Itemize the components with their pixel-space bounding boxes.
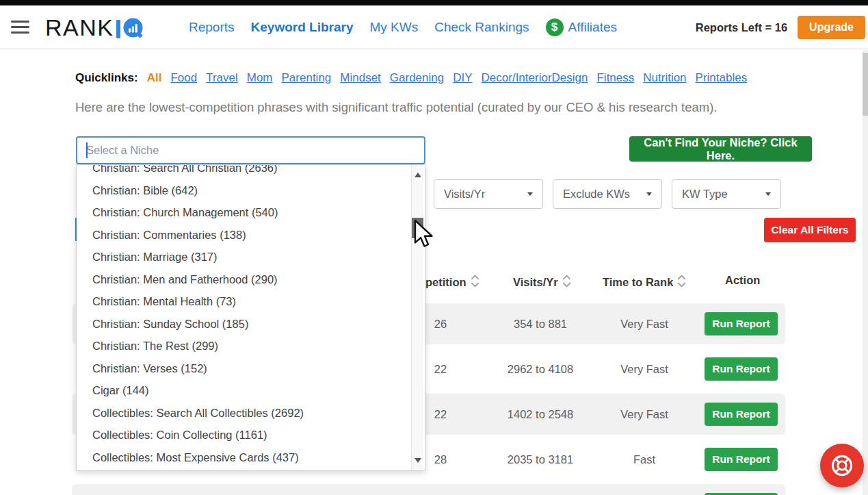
- top-black-strip: [0, 0, 868, 5]
- visits-yr-value: 354 to 881: [514, 318, 567, 331]
- run-report-button[interactable]: Run Report: [705, 448, 778, 471]
- competition-value: 28: [434, 453, 447, 466]
- rankiq-keyword-library-page: RANK ReportsKeyword LibraryMy KWsCheck R…: [0, 0, 868, 495]
- column-header-label: Visits/Yr: [513, 276, 558, 289]
- competition-value: 22: [434, 363, 447, 376]
- nav-link-my-kws[interactable]: My KWs: [369, 20, 418, 35]
- filter-select-exclude-kws[interactable]: Exclude KWs: [553, 179, 662, 209]
- sort-icon[interactable]: [471, 274, 479, 291]
- time-to-rank-value: Very Fast: [620, 408, 668, 421]
- run-report-button[interactable]: Run Report: [705, 357, 778, 381]
- niche-option-collectibles-search-all-collectibles-2692[interactable]: Collectibles: Search All Collectibles (2…: [77, 402, 425, 424]
- time-to-rank-value: Very Fast: [620, 318, 668, 331]
- navbar: RANK ReportsKeyword LibraryMy KWsCheck R…: [0, 5, 868, 49]
- niche-option-christian-the-rest-299[interactable]: Christian: The Rest (299): [77, 335, 425, 357]
- competition-value: 22: [434, 408, 447, 421]
- run-report-button[interactable]: Run Report: [705, 403, 778, 426]
- quicklink-food[interactable]: Food: [170, 71, 197, 85]
- quicklink-decor-interiordesign[interactable]: Decor/InteriorDesign: [482, 71, 588, 85]
- quicklink-mom[interactable]: Mom: [247, 71, 273, 85]
- nav-link-reports[interactable]: Reports: [189, 20, 235, 35]
- intro-text: Here are the lowest-competition phrases …: [75, 100, 717, 115]
- chevron-down-icon: [527, 192, 533, 196]
- quicklink-fitness[interactable]: Fitness: [596, 71, 634, 85]
- niche-option-cigar-144[interactable]: Cigar (144): [77, 379, 425, 402]
- time-to-rank-value: Very Fast: [620, 363, 668, 376]
- niche-option-christian-mental-health-73[interactable]: Christian: Mental Health (73): [77, 290, 425, 313]
- quicklinks-row: Quicklinks: AllFoodTravelMomParentingMin…: [75, 71, 747, 85]
- niche-option-christian-commentaries-138[interactable]: Christian: Commentaries (138): [77, 224, 425, 246]
- logo-i-bar-icon: [116, 20, 120, 38]
- sort-icon[interactable]: [562, 274, 571, 291]
- affiliates-label: Affiliates: [568, 20, 617, 35]
- nav-link-check-rankings[interactable]: Check Rankings: [434, 20, 529, 35]
- hamburger-menu-icon[interactable]: [11, 21, 29, 34]
- nav-link-affiliates[interactable]: $ Affiliates: [546, 18, 617, 36]
- niche-dropdown-items: Christian: Search All Christian (2636)Ch…: [77, 164, 425, 468]
- niche-option-christian-bible-642[interactable]: Christian: Bible (642): [77, 179, 425, 202]
- quicklinks-label: Quicklinks:: [75, 71, 138, 85]
- niche-dropdown-list: Christian: Search All Christian (2636)Ch…: [76, 164, 425, 471]
- filter-label: KW Type: [682, 188, 728, 201]
- niche-select-input[interactable]: [76, 136, 425, 164]
- column-header-label: Time to Rank: [603, 276, 673, 289]
- filter-label: Exclude KWs: [563, 188, 630, 201]
- column-header-visits-yr[interactable]: Visits/Yr: [513, 274, 571, 291]
- filter-select-visits-yr[interactable]: Visits/Yr: [434, 179, 543, 209]
- table-row-partial: [72, 484, 785, 495]
- scrollbar-thumb[interactable]: [412, 218, 423, 238]
- chevron-down-icon: [646, 192, 652, 196]
- column-header-time-to-rank[interactable]: Time to Rank: [603, 274, 686, 291]
- niche-option-christian-marriage-317[interactable]: Christian: Marriage (317): [77, 246, 425, 268]
- filter-select-kw-type[interactable]: KW Type: [672, 179, 781, 209]
- column-header-label: petition: [425, 276, 466, 289]
- filter-label: Visits/Yr: [444, 188, 485, 201]
- text-caret: [86, 142, 88, 158]
- niche-option-christian-men-and-fatherhood-290[interactable]: Christian: Men and Fatherhood (290): [77, 268, 425, 291]
- nav-links: ReportsKeyword LibraryMy KWsCheck Rankin…: [189, 20, 529, 35]
- page-scrollbar-thumb[interactable]: [863, 53, 868, 116]
- upgrade-button[interactable]: Upgrade: [798, 16, 865, 39]
- quicklink-mindset[interactable]: Mindset: [340, 71, 381, 85]
- cant-find-niche-button[interactable]: Can't Find Your Niche? Click Here.: [629, 136, 812, 162]
- quicklink-nutrition[interactable]: Nutrition: [643, 71, 686, 85]
- nav-link-keyword-library[interactable]: Keyword Library: [251, 20, 354, 35]
- quicklink-diy[interactable]: DIY: [453, 71, 472, 85]
- niche-option-christian-sunday-school-185[interactable]: Christian: Sunday School (185): [77, 313, 425, 335]
- niche-option-collectibles-coin-collecting-1161[interactable]: Collectibles: Coin Collecting (1161): [77, 424, 425, 446]
- competition-value: 26: [434, 318, 447, 331]
- chevron-down-icon: [765, 192, 771, 196]
- reports-left-counter: Reports Left = 16: [696, 21, 787, 34]
- quicklink-printables[interactable]: Printables: [696, 71, 748, 85]
- scrollbar-up-arrow-icon[interactable]: [415, 173, 421, 177]
- quicklink-gardening[interactable]: Gardening: [390, 71, 444, 85]
- logo-q-chart-icon: [122, 17, 144, 42]
- quicklink-all[interactable]: All: [147, 71, 162, 85]
- rankiq-logo[interactable]: RANK: [45, 14, 144, 41]
- sort-icon[interactable]: [677, 274, 686, 291]
- visits-yr-value: 2035 to 3181: [508, 453, 573, 466]
- column-header-label: Action: [725, 274, 760, 287]
- logo-text: RANK: [45, 14, 114, 41]
- niche-option-christian-verses-152[interactable]: Christian: Verses (152): [77, 357, 425, 380]
- dropdown-scrollbar[interactable]: [411, 166, 423, 470]
- dollar-icon: $: [546, 18, 564, 36]
- time-to-rank-value: Fast: [633, 453, 655, 466]
- niche-option-christian-search-all-christian-2636[interactable]: Christian: Search All Christian (2636): [77, 164, 425, 179]
- hidden-input-edge: [75, 218, 77, 241]
- quicklink-parenting[interactable]: Parenting: [282, 71, 332, 85]
- visits-yr-value: 1402 to 2548: [508, 408, 573, 421]
- quicklink-travel[interactable]: Travel: [206, 71, 238, 85]
- clear-all-filters-button[interactable]: Clear All Filters: [764, 218, 856, 242]
- niche-option-christian-church-management-540[interactable]: Christian: Church Management (540): [77, 201, 425, 224]
- page-scrollbar[interactable]: [863, 50, 868, 495]
- column-header-action[interactable]: Action: [725, 274, 760, 287]
- column-header-petition[interactable]: petition: [425, 274, 479, 291]
- nav-right: Reports Left = 16 Upgrade: [696, 5, 865, 49]
- visits-yr-value: 2962 to 4108: [508, 363, 573, 376]
- scrollbar-down-arrow-icon[interactable]: [415, 458, 421, 463]
- help-widget-button[interactable]: [820, 444, 864, 487]
- run-report-button[interactable]: Run Report: [705, 312, 778, 335]
- niche-option-collectibles-most-expensive-cards-437[interactable]: Collectibles: Most Expensive Cards (437): [77, 446, 425, 469]
- nav-center: ReportsKeyword LibraryMy KWsCheck Rankin…: [189, 5, 617, 49]
